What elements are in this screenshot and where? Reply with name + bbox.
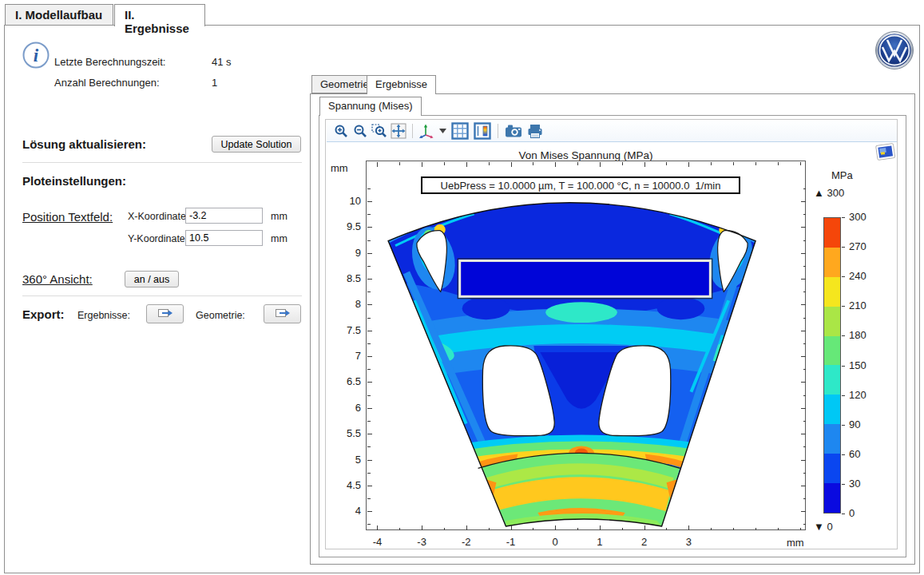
divider	[22, 162, 302, 163]
colorbar-tick-label: 60	[849, 448, 860, 460]
colorbar-tick	[842, 306, 845, 307]
y-tick-label: 4	[329, 505, 361, 517]
colorbar-tick-label: 210	[849, 299, 866, 311]
svg-text:i: i	[34, 46, 39, 65]
zoom-out-icon[interactable]	[351, 122, 370, 140]
x-tick-label: 1	[584, 536, 616, 548]
y-tick-label: 9.5	[329, 220, 361, 232]
tab-ergebnisse-right[interactable]: Ergebnisse	[367, 75, 436, 94]
vw-logo	[874, 30, 914, 73]
export-geometry-button[interactable]	[264, 304, 301, 323]
y-tick-label: 8.5	[329, 272, 361, 284]
legend-unit: MPa	[831, 169, 853, 181]
dropdown-caret-icon[interactable]	[436, 122, 449, 140]
colorbar	[823, 217, 841, 514]
colorbar-tick	[842, 335, 845, 336]
graphics-panel: Von Mises Spannung (MPa) mm mm	[325, 119, 898, 549]
colorbar-segment	[824, 336, 840, 366]
plot-thumbnail-icon[interactable]	[874, 142, 896, 164]
y-coordinate-input[interactable]	[185, 230, 263, 246]
y-tick-label: 7.5	[329, 324, 361, 336]
computation-count-label: Anzahl Berechnungen:	[54, 77, 160, 89]
colorbar-toggle-icon[interactable]	[471, 122, 494, 140]
view360-label: 360° Ansicht:	[22, 272, 93, 286]
y-unit-label: mm	[271, 233, 288, 244]
zoom-extents-icon[interactable]	[389, 122, 408, 140]
orientation-axes-icon[interactable]	[417, 122, 436, 140]
tab-spannung-mises-label: Spannung (Mises)	[328, 100, 413, 112]
colorbar-tick	[842, 514, 845, 514]
toolbar-separator	[412, 124, 413, 138]
y-tick-label: 6	[329, 402, 361, 414]
colorbar-segment	[824, 218, 840, 248]
tab-ergebnisse[interactable]: II. Ergebnisse	[114, 4, 205, 26]
colorbar-tick-label: 150	[849, 359, 866, 371]
tab-spannung-mises[interactable]: Spannung (Mises)	[319, 97, 422, 116]
colorbar-tick	[842, 217, 845, 218]
tab-modellaufbau-label: I. Modellaufbau	[15, 8, 102, 22]
x-tick-label: -1	[495, 536, 527, 548]
x-coordinate-input[interactable]	[185, 208, 263, 224]
export-results-label: Ergebnisse:	[77, 310, 130, 321]
y-tick-label: 5.5	[329, 427, 361, 439]
application-window: I. Modellaufbau II. Ergebnisse i Letzte …	[0, 0, 924, 575]
x-axis-unit: mm	[787, 537, 804, 549]
colorbar-tick-label: 300	[849, 211, 866, 223]
zoom-in-icon[interactable]	[331, 122, 351, 140]
y-tick-label: 4.5	[329, 479, 361, 491]
legend-min-marker: ▼ 0	[814, 521, 833, 533]
colorbar-tick	[842, 395, 845, 396]
parameter-annotation: UebPress = 10.0000 µm, T = 100.000 °C, n…	[421, 176, 740, 194]
y-tick-label: 9	[329, 247, 361, 259]
colorbar-tick	[842, 247, 845, 248]
x-tick-label: -2	[450, 536, 482, 548]
x-tick-label: -3	[406, 536, 438, 548]
zoom-box-icon[interactable]	[370, 122, 389, 140]
view360-toggle-button[interactable]: an / aus	[125, 271, 179, 288]
colorbar-segment	[824, 277, 840, 307]
y-axis-unit: mm	[331, 162, 348, 174]
print-icon[interactable]	[525, 122, 545, 140]
magnet-slot	[460, 260, 711, 296]
colorbar-segment	[824, 365, 840, 395]
export-label: Export:	[22, 307, 65, 321]
position-textfield-label: Position Textfeld:	[22, 210, 113, 224]
y-coordinate-label: Y-Koordinate:	[128, 233, 188, 244]
colorbar-segment	[824, 454, 840, 483]
stress-field-plot	[367, 161, 805, 529]
x-tick-label: 3	[672, 536, 704, 548]
y-tick-label: 7	[329, 350, 361, 362]
colorbar-tick	[842, 425, 845, 426]
x-tick-label: 0	[539, 536, 571, 548]
plot-settings-title: Ploteinstellungen:	[22, 174, 126, 188]
colorbar-segment	[824, 248, 840, 277]
snapshot-camera-icon[interactable]	[502, 122, 525, 140]
colorbar-tick	[842, 484, 845, 485]
colorbar-segment	[824, 424, 840, 454]
colorbar-tick-label: 240	[849, 270, 866, 282]
plot-title: Von Mises Spannung (MPa)	[366, 149, 806, 161]
colorbar-segment	[824, 483, 840, 513]
export-results-button[interactable]	[146, 304, 184, 323]
colorbar-tick	[842, 366, 845, 367]
grid-toggle-icon[interactable]	[449, 122, 471, 140]
tab-geometrie-label: Geometrie	[320, 78, 369, 90]
graphics-toolbar	[327, 121, 897, 142]
update-solution-button[interactable]: Update Solution	[212, 136, 301, 153]
tab-modellaufbau[interactable]: I. Modellaufbau	[5, 4, 113, 26]
last-computation-label: Letzte Berechnungszeit:	[54, 56, 165, 68]
colorbar-segment	[824, 395, 840, 424]
colorbar-tick-label: 270	[849, 240, 866, 252]
x-coordinate-label: X-Koordinate:	[128, 211, 188, 222]
x-unit-label: mm	[271, 211, 288, 222]
tab-ergebnisse-label: II. Ergebnisse	[125, 8, 189, 35]
toolbar-separator	[498, 124, 498, 138]
y-tick-label: 10	[329, 195, 361, 207]
plot-area[interactable]: UebPress = 10.0000 µm, T = 100.000 °C, n…	[366, 161, 806, 530]
colorbar-tick	[842, 454, 845, 455]
divider	[22, 295, 302, 296]
update-solution-label: Lösung aktualisieren:	[22, 137, 146, 151]
last-computation-value: 41 s	[212, 56, 232, 68]
info-icon: i	[22, 41, 50, 73]
export-geometry-label: Geometrie:	[196, 310, 245, 321]
